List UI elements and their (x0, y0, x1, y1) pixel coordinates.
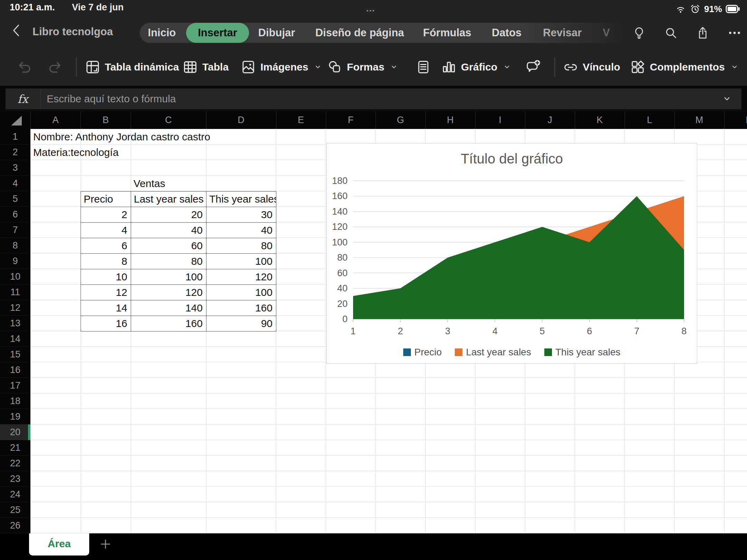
tab-datos[interactable]: Datos (492, 23, 522, 43)
row-header-7[interactable]: 7 (0, 222, 30, 238)
link-button[interactable]: Vínculo (563, 48, 620, 86)
row-header-2[interactable]: 2 (0, 144, 30, 160)
select-all-button[interactable] (0, 111, 31, 129)
row-header-26[interactable]: 26 (0, 518, 30, 533)
row-header-15[interactable]: 15 (0, 347, 30, 362)
row-header-8[interactable]: 8 (0, 238, 30, 253)
row-header-5[interactable]: 5 (0, 191, 30, 207)
column-header-A[interactable]: A (30, 111, 81, 129)
row-header-10[interactable]: 10 (0, 269, 30, 284)
sales-data-table[interactable]: PrecioLast year salesThis year sales2203… (81, 191, 276, 332)
row-header-11[interactable]: 11 (0, 284, 30, 300)
row-header-21[interactable]: 21 (0, 440, 30, 456)
column-header-J[interactable]: J (525, 111, 575, 129)
row-header-1[interactable]: 1 (0, 129, 30, 144)
table-cell[interactable]: 100 (206, 254, 276, 269)
table-header-cell[interactable]: This year sales (206, 192, 276, 207)
tab-diseno-de-pagina[interactable]: Diseño de página (315, 23, 404, 43)
tab-revisar[interactable]: Revisar (543, 23, 582, 43)
shapes-button[interactable]: Formas (327, 48, 399, 86)
table-cell[interactable]: 90 (206, 316, 276, 332)
table-cell[interactable]: 100 (131, 269, 206, 285)
table-cell[interactable]: 6 (81, 238, 131, 254)
row-header-22[interactable]: 22 (0, 456, 30, 471)
row-header-9[interactable]: 9 (0, 253, 30, 269)
text-box-button[interactable] (416, 48, 431, 86)
table-cell[interactable]: 2 (81, 207, 131, 223)
back-button[interactable] (9, 23, 24, 41)
table-cell[interactable]: 60 (131, 238, 206, 254)
embedded-chart[interactable]: Título del gráfico0204060801001201401601… (326, 143, 697, 364)
add-ins-button[interactable]: Complementos (630, 48, 740, 86)
row-header-25[interactable]: 25 (0, 502, 30, 518)
table-cell[interactable]: 14 (81, 300, 131, 316)
column-header-E[interactable]: E (276, 111, 326, 129)
tab-inicio[interactable]: Inicio (148, 23, 176, 43)
column-header-N[interactable]: N (724, 111, 747, 129)
table-cell[interactable]: 120 (206, 269, 276, 285)
search-button[interactable] (664, 26, 678, 40)
row-header-24[interactable]: 24 (0, 487, 30, 502)
table-cell[interactable]: 100 (206, 285, 276, 300)
table-cell[interactable]: 160 (206, 300, 276, 316)
tab-insertar[interactable]: Insertar (186, 23, 249, 43)
row-header-12[interactable]: 12 (0, 300, 30, 316)
table-cell[interactable]: 40 (206, 223, 276, 238)
table-cell[interactable]: 12 (81, 285, 131, 300)
row-header-17[interactable]: 17 (0, 378, 30, 393)
cell-A2[interactable]: Materia:tecnología (33, 144, 119, 160)
row-header-19[interactable]: 19 (0, 409, 30, 424)
formula-bar-expand-button[interactable] (721, 93, 733, 105)
table-cell[interactable]: 140 (131, 300, 206, 316)
table-cell[interactable]: 20 (131, 207, 206, 223)
table-header-cell[interactable]: Precio (81, 192, 131, 207)
column-header-H[interactable]: H (425, 111, 476, 129)
column-header-G[interactable]: G (376, 111, 426, 129)
row-header-3[interactable]: 3 (0, 160, 30, 176)
cell-A1[interactable]: Nombre: Anthony Jordan castro castro (33, 129, 210, 144)
legend-item-last-year-sales[interactable]: Last year sales (455, 347, 531, 358)
table-cell[interactable]: 10 (81, 269, 131, 285)
row-header-14[interactable]: 14 (0, 331, 30, 347)
table-cell[interactable]: 80 (131, 254, 206, 269)
images-button[interactable]: Imágenes (241, 48, 323, 86)
table-cell[interactable]: 4 (81, 223, 131, 238)
table-cell[interactable]: 8 (81, 254, 131, 269)
column-header-I[interactable]: I (475, 111, 525, 129)
column-header-D[interactable]: D (206, 111, 276, 129)
column-header-B[interactable]: B (81, 111, 131, 129)
new-comment-button[interactable] (526, 48, 541, 86)
row-header-13[interactable]: 13 (0, 316, 30, 331)
pivot-table-button[interactable]: Tabla dinámica (85, 48, 179, 86)
table-cell[interactable]: 80 (206, 238, 276, 254)
spreadsheet-grid[interactable]: Nombre: Anthony Jordan castro castroMate… (30, 129, 747, 533)
chart-button[interactable]: Gráfico (441, 48, 512, 86)
legend-item-precio[interactable]: Precio (403, 347, 442, 358)
legend-item-this-year-sales[interactable]: This year sales (544, 347, 620, 358)
table-cell[interactable]: 160 (131, 316, 206, 332)
table-cell[interactable]: 120 (131, 285, 206, 300)
formula-bar[interactable]: fx Escribe aquí texto o fórmula (6, 88, 741, 109)
table-cell[interactable]: 40 (131, 223, 206, 238)
row-header-6[interactable]: 6 (0, 207, 30, 222)
more-options-button[interactable] (728, 26, 741, 40)
document-title[interactable]: Libro tecnolgoa (33, 26, 113, 38)
formula-input[interactable]: Escribe aquí texto o fórmula (47, 93, 721, 105)
table-cell[interactable]: 16 (81, 316, 131, 332)
row-header-16[interactable]: 16 (0, 362, 30, 378)
tab-dibujar[interactable]: Dibujar (258, 23, 295, 43)
ideas-lightbulb-button[interactable] (632, 26, 646, 40)
table-cell[interactable]: 30 (206, 207, 276, 223)
add-sheet-button[interactable] (99, 538, 113, 551)
table-header-cell[interactable]: Last year sales (131, 192, 206, 207)
tab-vista[interactable]: V (603, 23, 610, 43)
share-button[interactable] (696, 26, 710, 40)
row-header-23[interactable]: 23 (0, 471, 30, 487)
table-button[interactable]: Tabla (183, 48, 229, 86)
row-header-18[interactable]: 18 (0, 393, 30, 409)
row-header-4[interactable]: 4 (0, 176, 30, 191)
sheet-tab-area[interactable]: Área (29, 533, 89, 556)
row-header-20[interactable]: 20 (0, 424, 30, 440)
column-header-M[interactable]: M (674, 111, 725, 129)
column-header-K[interactable]: K (575, 111, 625, 129)
